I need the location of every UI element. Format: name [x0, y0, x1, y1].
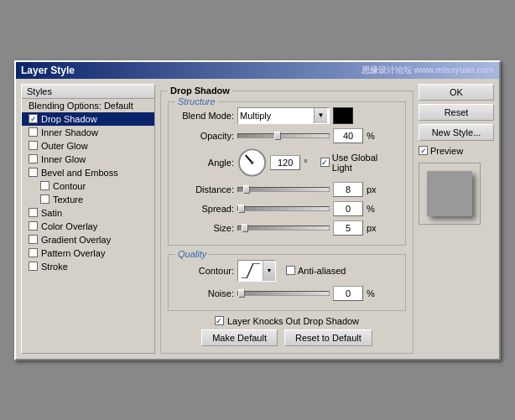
stroke-checkbox[interactable] [29, 262, 38, 271]
noise-slider[interactable] [237, 291, 330, 296]
layer-knocks-label: Layer Knocks Out Drop Shadow [227, 316, 359, 326]
opacity-input[interactable] [333, 128, 363, 143]
angle-row: Angle: ° Use Global Light [175, 148, 398, 178]
spread-input[interactable] [333, 201, 363, 216]
noise-thumb[interactable] [238, 289, 245, 298]
reset-button[interactable]: Reset [419, 104, 494, 121]
distance-unit: px [367, 184, 380, 194]
angle-dial[interactable] [237, 148, 267, 178]
gradient-overlay-label: Gradient Overlay [41, 235, 111, 245]
sidebar-item-blending-options[interactable]: Blending Options: Default [22, 99, 154, 112]
sidebar-item-texture[interactable]: Texture [22, 193, 154, 206]
spread-thumb[interactable] [238, 205, 245, 213]
contour-label: Contour: [175, 266, 234, 276]
outer-glow-checkbox[interactable] [29, 141, 38, 150]
inner-glow-checkbox[interactable] [29, 154, 38, 163]
inner-shadow-label: Inner Shadow [41, 127, 98, 137]
spread-slider[interactable] [237, 206, 330, 211]
spread-row: Spread: % [175, 201, 398, 216]
contour-picker[interactable]: ▼ [237, 260, 276, 282]
sidebar-item-outer-glow[interactable]: Outer Glow [22, 139, 154, 153]
distance-thumb[interactable] [243, 185, 250, 194]
size-input[interactable] [333, 220, 363, 236]
drop-shadow-label: Drop Shadow [41, 114, 97, 124]
layer-style-dialog: Layer Style 思缘设计论坛 www.missyuan.com Styl… [14, 60, 501, 360]
dialog-title: Layer Style [21, 65, 75, 76]
sidebar-item-pattern-overlay[interactable]: Pattern Overlay [22, 246, 154, 260]
sidebar-item-satin[interactable]: Satin [22, 206, 154, 220]
sidebar-item-gradient-overlay[interactable]: Gradient Overlay [22, 233, 154, 246]
size-row: Size: px [175, 220, 398, 236]
preview-label-row: Preview [419, 146, 494, 156]
contour-checkbox[interactable] [40, 181, 49, 190]
preview-box [419, 163, 481, 225]
right-panel: OK Reset New Style... Preview [419, 84, 494, 354]
reset-to-default-button[interactable]: Reset to Default [284, 329, 372, 346]
inner-shadow-checkbox[interactable] [29, 127, 38, 137]
quality-title: Quality [175, 249, 209, 259]
pattern-overlay-checkbox[interactable] [29, 248, 38, 257]
gradient-overlay-checkbox[interactable] [29, 235, 38, 244]
opacity-slider[interactable] [237, 133, 330, 138]
size-thumb[interactable] [242, 224, 248, 232]
angle-input[interactable] [270, 155, 300, 170]
drop-shadow-checkbox[interactable] [29, 114, 38, 123]
angle-label: Angle: [175, 158, 234, 168]
preview-inner [427, 171, 472, 216]
preview-checkbox[interactable] [419, 146, 428, 155]
sidebar-item-drop-shadow[interactable]: Drop Shadow [22, 112, 154, 126]
left-panel: Styles Blending Options: Default Drop Sh… [21, 84, 155, 354]
sidebar-item-inner-glow[interactable]: Inner Glow [22, 153, 154, 166]
blend-mode-arrow[interactable]: ▼ [314, 108, 327, 123]
spread-unit: % [367, 204, 380, 214]
distance-slider[interactable] [237, 187, 330, 192]
structure-title: Structure [175, 96, 218, 106]
structure-section: Structure Blend Mode: Multiply ▼ Opacity… [168, 101, 406, 246]
bevel-emboss-checkbox[interactable] [29, 168, 38, 177]
blend-mode-color-swatch[interactable] [333, 107, 353, 124]
distance-input[interactable] [333, 182, 363, 197]
pattern-overlay-label: Pattern Overlay [41, 248, 105, 258]
blend-mode-dropdown[interactable]: Multiply ▼ [237, 107, 330, 124]
sidebar-item-stroke[interactable]: Stroke [22, 260, 154, 273]
main-panel: Drop Shadow Structure Blend Mode: Multip… [160, 84, 414, 354]
make-default-button[interactable]: Make Default [201, 329, 278, 346]
inner-glow-label: Inner Glow [41, 154, 86, 164]
satin-checkbox[interactable] [29, 208, 38, 217]
size-label: Size: [175, 223, 234, 233]
new-style-button[interactable]: New Style... [419, 124, 494, 141]
distance-row: Distance: px [175, 182, 398, 197]
layer-knocks-checkbox[interactable] [215, 316, 224, 325]
noise-label: Noise: [175, 288, 234, 298]
svg-point-2 [251, 161, 254, 164]
use-global-light-row: Use Global Light [320, 153, 398, 173]
contour-preview[interactable] [238, 261, 263, 281]
dialog-body: Styles Blending Options: Default Drop Sh… [16, 79, 499, 359]
noise-input[interactable] [333, 286, 363, 301]
anti-aliased-checkbox[interactable] [286, 266, 295, 275]
preview-label: Preview [430, 146, 463, 156]
angle-unit: ° [304, 158, 317, 168]
blend-mode-row: Blend Mode: Multiply ▼ [175, 107, 398, 124]
texture-checkbox[interactable] [40, 194, 49, 204]
use-global-light-checkbox[interactable] [320, 158, 330, 167]
size-slider[interactable] [237, 226, 330, 231]
sidebar-item-contour[interactable]: Contour [22, 179, 154, 193]
color-overlay-label: Color Overlay [41, 221, 97, 231]
contour-dropdown-arrow[interactable]: ▼ [263, 261, 275, 281]
opacity-row: Opacity: % [175, 128, 398, 143]
distance-label: Distance: [175, 184, 234, 194]
satin-label: Satin [41, 208, 62, 218]
styles-header[interactable]: Styles [22, 85, 154, 99]
drop-shadow-section-title: Drop Shadow [168, 86, 232, 96]
anti-aliased-row: Anti-aliased [286, 266, 346, 276]
color-overlay-checkbox[interactable] [29, 221, 38, 231]
bevel-emboss-label: Bevel and Emboss [41, 168, 118, 178]
sidebar-item-bevel-emboss[interactable]: Bevel and Emboss [22, 166, 154, 179]
sidebar-item-inner-shadow[interactable]: Inner Shadow [22, 126, 154, 139]
title-bar: Layer Style 思缘设计论坛 www.missyuan.com [16, 62, 499, 79]
sidebar-item-color-overlay[interactable]: Color Overlay [22, 220, 154, 233]
ok-button[interactable]: OK [419, 84, 494, 101]
opacity-thumb[interactable] [274, 132, 281, 140]
drop-shadow-section: Drop Shadow Structure Blend Mode: Multip… [160, 91, 414, 354]
